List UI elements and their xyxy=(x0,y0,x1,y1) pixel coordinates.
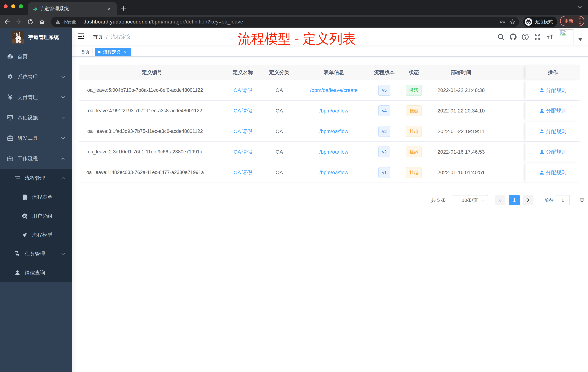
assign-rule-link[interactable]: 分配规则 xyxy=(539,87,566,94)
sidebar-item-task-management[interactable]: 任务管理 xyxy=(0,244,72,263)
cell-deploy-time: 2022-01-22 19:19:11 xyxy=(429,121,493,142)
sidebar-item-infrastructure[interactable]: 基础设施 xyxy=(0,108,72,128)
cell-status: 挂起 xyxy=(399,142,429,162)
avatar[interactable] xyxy=(559,29,573,45)
update-button[interactable]: 更新 xyxy=(560,16,584,26)
caret-down-icon[interactable] xyxy=(578,38,583,41)
incognito-badge: 无痕模式 xyxy=(523,17,557,27)
sidebar-item-system[interactable]: 系统管理 xyxy=(0,67,72,87)
browser-tab[interactable]: 芋道管理系统 × xyxy=(28,2,117,15)
sidebar-item-leave-query[interactable]: 请假查询 xyxy=(0,263,72,282)
browser-menu-kebab-icon[interactable] xyxy=(579,18,580,24)
forward-button[interactable] xyxy=(15,19,21,25)
cell-definition-id: oa_leave:4:991f2193-7b7f-11ec-a3c8-acde4… xyxy=(79,101,225,121)
cell-actions: 分配规则 xyxy=(525,101,580,121)
form-link[interactable]: /bpm/oa/flow xyxy=(319,108,348,114)
briefcase-icon xyxy=(7,135,13,141)
sidebar-item-process-model[interactable]: 流程模型 xyxy=(0,226,72,244)
definition-name-link[interactable]: OA 请假 xyxy=(234,149,252,155)
sidebar-item-devtools[interactable]: 研发工具 xyxy=(0,128,72,148)
next-page-button[interactable] xyxy=(523,195,534,205)
table-row: oa_leave:5:004b710b-7b8a-11ec-8ef0-acde4… xyxy=(79,80,580,101)
prev-page-button[interactable] xyxy=(495,195,505,205)
form-link[interactable]: /bpm/oa/flow xyxy=(319,170,348,175)
navbar: 首页 / 流程定义 流程模型 - 定义列表 xyxy=(72,28,588,45)
cell-category: OA xyxy=(261,142,297,162)
security-label[interactable]: 不安全 xyxy=(63,19,76,25)
close-window-button[interactable] xyxy=(4,4,8,8)
search-icon[interactable] xyxy=(497,33,504,40)
version-badge: v5 xyxy=(378,85,390,96)
page-suffix-label: 页 xyxy=(580,197,584,203)
github-icon[interactable] xyxy=(510,33,516,40)
zoom-window-button[interactable] xyxy=(19,4,23,8)
definition-name-link[interactable]: OA 请假 xyxy=(234,128,252,135)
assign-rule-link[interactable]: 分配规则 xyxy=(539,107,566,114)
user-icon xyxy=(539,129,544,134)
page-size-select[interactable]: 10条/页 xyxy=(452,195,488,205)
column-header: 状态 xyxy=(399,65,429,80)
assign-rule-label: 分配规则 xyxy=(546,149,566,155)
tab-search-chevron-icon[interactable] xyxy=(578,6,582,9)
assign-rule-link[interactable]: 分配规则 xyxy=(539,149,566,155)
page-jump-input[interactable] xyxy=(556,195,570,205)
table-row: oa_leave:3:1fad3d93-7b75-11ec-a3c8-acde4… xyxy=(79,121,580,142)
sidebar-item-home[interactable]: 首页 xyxy=(0,46,72,67)
password-key-icon[interactable] xyxy=(500,19,505,25)
url-text[interactable]: dashboard.yudao.iocoder.cn/bpm/manager/d… xyxy=(84,19,500,25)
new-tab-button[interactable] xyxy=(120,5,127,12)
form-link[interactable]: /bpm/oa/leave/create xyxy=(310,87,358,93)
hamburger-menu-icon[interactable] xyxy=(78,33,84,39)
cell-deploy-time: 2022-01-22 20:34:10 xyxy=(429,101,493,121)
sidebar-item-label: 支付管理 xyxy=(17,94,38,101)
tag-home[interactable]: 首页 xyxy=(78,48,93,56)
definition-name-link[interactable]: OA 请假 xyxy=(234,87,252,94)
definition-name-link[interactable]: OA 请假 xyxy=(234,107,252,114)
cell-definition-name: OA 请假 xyxy=(225,80,261,101)
bookmark-star-icon[interactable] xyxy=(510,19,515,25)
sidebar-item-process-form[interactable]: 流程表单 xyxy=(0,188,72,207)
tag-process-definition[interactable]: 流程定义 × xyxy=(95,48,131,56)
back-button[interactable] xyxy=(4,19,10,25)
cell-definition-id: oa_leave:5:004b710b-7b8a-11ec-8ef0-acde4… xyxy=(79,80,225,101)
tree-list-icon xyxy=(15,175,20,181)
gear-icon xyxy=(7,74,13,80)
cell-actions: 分配规则 xyxy=(525,142,580,162)
cell-form-info: /bpm/oa/flow xyxy=(297,121,370,142)
assign-rule-link[interactable]: 分配规则 xyxy=(539,128,566,135)
sidebar-item-process-management[interactable]: 流程管理 xyxy=(0,169,72,188)
definition-table: 定义编号 定义名称 定义分类 表单信息 流程版本 状态 部署时间 操作 oa_l… xyxy=(79,65,580,183)
chevron-up-icon xyxy=(61,176,65,180)
sidebar-item-payment[interactable]: 支付管理 xyxy=(0,87,72,108)
font-size-icon[interactable] xyxy=(546,33,553,40)
current-page-button[interactable]: 1 xyxy=(509,195,520,205)
cell-filler xyxy=(493,162,525,183)
tab-close-icon[interactable]: × xyxy=(106,6,112,12)
navbar-actions xyxy=(497,28,588,45)
status-badge: 激活 xyxy=(406,85,422,96)
sidebar-item-user-group[interactable]: 用户分组 xyxy=(0,207,72,226)
breadcrumb-current: 流程定义 xyxy=(111,33,131,40)
minimize-window-button[interactable] xyxy=(11,4,15,8)
version-badge: v2 xyxy=(378,146,390,157)
help-icon[interactable] xyxy=(522,33,529,40)
version-badge: v1 xyxy=(378,167,390,178)
sidebar-logo[interactable]: 芋道管理系统 xyxy=(0,28,72,46)
form-link[interactable]: /bpm/oa/flow xyxy=(319,149,348,155)
fullscreen-icon[interactable] xyxy=(534,33,541,40)
user-icon xyxy=(539,170,544,175)
cell-definition-name: OA 请假 xyxy=(225,101,261,121)
user-group-icon xyxy=(22,213,28,219)
tag-close-icon[interactable]: × xyxy=(123,49,127,55)
sidebar-item-workflow[interactable]: 工作流程 xyxy=(0,148,72,169)
cell-definition-id: oa_leave:2:3c1f0ef1-76b1-11ec-9c66-a2380… xyxy=(79,142,225,162)
app-title: 芋道管理系统 xyxy=(28,34,59,41)
address-bar[interactable]: 不安全 dashboard.yudao.iocoder.cn/bpm/manag… xyxy=(51,17,519,27)
reload-button[interactable] xyxy=(27,19,33,25)
breadcrumb-home[interactable]: 首页 xyxy=(93,33,103,40)
assign-rule-link[interactable]: 分配规则 xyxy=(539,169,566,176)
chevron-right-icon xyxy=(526,198,530,202)
definition-name-link[interactable]: OA 请假 xyxy=(234,169,252,176)
form-link[interactable]: /bpm/oa/flow xyxy=(319,129,348,134)
home-button[interactable] xyxy=(39,19,45,25)
